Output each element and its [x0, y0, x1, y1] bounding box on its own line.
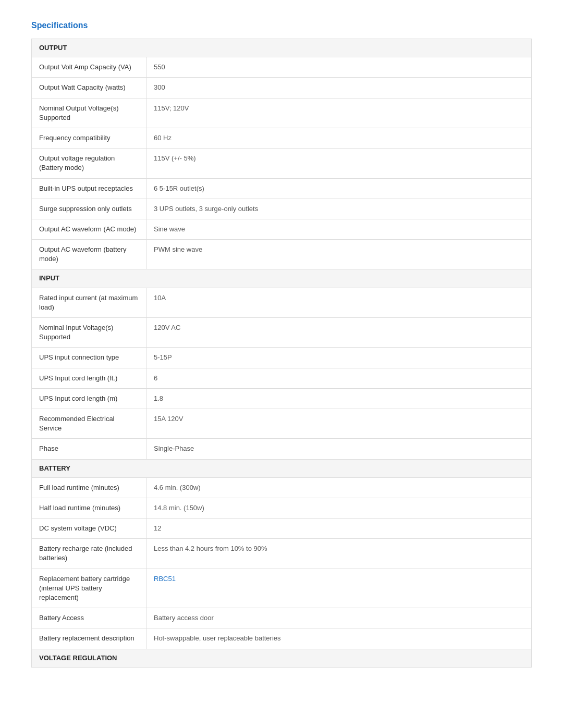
value-0-5: 6 5-15R outlet(s) — [146, 178, 532, 199]
link-2-4[interactable]: RBC51 — [154, 575, 176, 583]
value-2-2: 12 — [146, 519, 532, 539]
value-0-7: Sine wave — [146, 219, 532, 239]
value-1-3: 6 — [146, 368, 532, 388]
label-1-5: Recommended Electrical Service — [32, 409, 146, 438]
label-2-0: Full load runtime (minutes) — [32, 477, 146, 498]
label-0-3: Frequency compatibility — [32, 128, 146, 148]
label-2-3: Battery recharge rate (included batterie… — [32, 539, 146, 569]
label-0-7: Output AC waveform (AC mode) — [32, 219, 146, 239]
value-2-0: 4.6 min. (300w) — [146, 477, 532, 498]
value-1-5: 15A 120V — [146, 409, 532, 438]
table-row: Output AC waveform (AC mode)Sine wave — [32, 219, 532, 239]
value-2-4: RBC51 — [146, 569, 532, 608]
value-0-4: 115V (+/- 5%) — [146, 149, 532, 178]
table-row: Output Volt Amp Capacity (VA)550 — [32, 57, 532, 78]
specifications-table: OUTPUTOutput Volt Amp Capacity (VA)550Ou… — [31, 39, 532, 668]
value-1-6: Single-Phase — [146, 439, 532, 459]
label-1-2: UPS input connection type — [32, 348, 146, 368]
label-2-5: Battery Access — [32, 608, 146, 628]
table-row: Rated input current (at maximum load)10A — [32, 288, 532, 317]
table-row: Output voltage regulation (Battery mode)… — [32, 149, 532, 178]
value-0-6: 3 UPS outlets, 3 surge-only outlets — [146, 199, 532, 219]
label-0-8: Output AC waveform (battery mode) — [32, 240, 146, 269]
label-2-2: DC system voltage (VDC) — [32, 519, 146, 539]
table-row: Replacement battery cartridge (internal … — [32, 569, 532, 608]
label-0-5: Built-in UPS output receptacles — [32, 178, 146, 199]
table-row: PhaseSingle-Phase — [32, 439, 532, 459]
table-row: UPS input connection type5-15P — [32, 348, 532, 368]
label-0-4: Output voltage regulation (Battery mode) — [32, 149, 146, 178]
label-0-6: Surge suppression only outlets — [32, 199, 146, 219]
value-2-1: 14.8 min. (150w) — [146, 498, 532, 518]
section-header-1: INPUT — [32, 269, 532, 288]
table-row: UPS Input cord length (m)1.8 — [32, 388, 532, 409]
value-2-6: Hot-swappable, user replaceable batterie… — [146, 628, 532, 649]
value-1-1: 120V AC — [146, 318, 532, 348]
table-row: Output AC waveform (battery mode)PWM sin… — [32, 240, 532, 269]
label-2-6: Battery replacement description — [32, 628, 146, 649]
table-row: Nominal Output Voltage(s) Supported115V;… — [32, 98, 532, 128]
value-2-5: Battery access door — [146, 608, 532, 628]
value-0-3: 60 Hz — [146, 128, 532, 148]
section-header-2: BATTERY — [32, 459, 532, 477]
table-row: UPS Input cord length (ft.)6 — [32, 368, 532, 388]
value-1-2: 5-15P — [146, 348, 532, 368]
label-1-1: Nominal Input Voltage(s) Supported — [32, 318, 146, 348]
value-0-2: 115V; 120V — [146, 98, 532, 128]
value-0-1: 300 — [146, 78, 532, 98]
table-row: Battery recharge rate (included batterie… — [32, 539, 532, 569]
label-1-6: Phase — [32, 439, 146, 459]
table-row: Battery AccessBattery access door — [32, 608, 532, 628]
page-title: Specifications — [31, 21, 532, 30]
label-2-4: Replacement battery cartridge (internal … — [32, 569, 146, 608]
table-row: Full load runtime (minutes)4.6 min. (300… — [32, 477, 532, 498]
label-1-3: UPS Input cord length (ft.) — [32, 368, 146, 388]
value-0-0: 550 — [146, 57, 532, 78]
label-0-2: Nominal Output Voltage(s) Supported — [32, 98, 146, 128]
label-1-4: UPS Input cord length (m) — [32, 388, 146, 409]
table-row: Frequency compatibility60 Hz — [32, 128, 532, 148]
value-2-3: Less than 4.2 hours from 10% to 90% — [146, 539, 532, 569]
value-1-0: 10A — [146, 288, 532, 317]
table-row: Built-in UPS output receptacles6 5-15R o… — [32, 178, 532, 199]
label-1-0: Rated input current (at maximum load) — [32, 288, 146, 317]
section-header-3: VOLTAGE REGULATION — [32, 649, 532, 667]
label-2-1: Half load runtime (minutes) — [32, 498, 146, 518]
table-row: Surge suppression only outlets3 UPS outl… — [32, 199, 532, 219]
value-0-8: PWM sine wave — [146, 240, 532, 269]
table-row: Nominal Input Voltage(s) Supported120V A… — [32, 318, 532, 348]
value-1-4: 1.8 — [146, 388, 532, 409]
label-0-1: Output Watt Capacity (watts) — [32, 78, 146, 98]
label-0-0: Output Volt Amp Capacity (VA) — [32, 57, 146, 78]
table-row: Output Watt Capacity (watts)300 — [32, 78, 532, 98]
section-header-0: OUTPUT — [32, 39, 532, 57]
table-row: Recommended Electrical Service15A 120V — [32, 409, 532, 438]
table-row: DC system voltage (VDC)12 — [32, 519, 532, 539]
table-row: Half load runtime (minutes)14.8 min. (15… — [32, 498, 532, 518]
table-row: Battery replacement descriptionHot-swapp… — [32, 628, 532, 649]
